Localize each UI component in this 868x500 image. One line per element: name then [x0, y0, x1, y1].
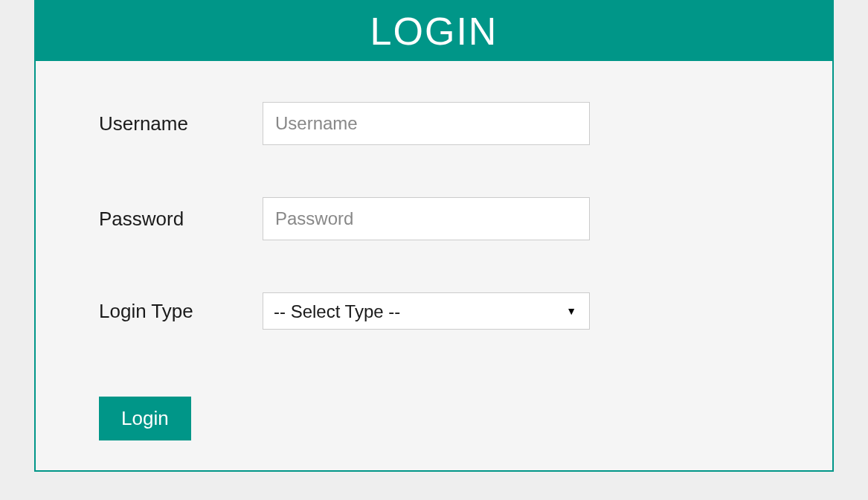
- password-row: Password: [99, 197, 769, 240]
- login-header: LOGIN: [36, 1, 832, 61]
- login-type-row: Login Type -- Select Type -- ▼: [99, 292, 769, 330]
- username-input[interactable]: [263, 102, 590, 145]
- password-label: Password: [99, 208, 263, 231]
- password-input[interactable]: [263, 197, 590, 240]
- login-panel: LOGIN Username Password Login Type -- Se…: [34, 0, 834, 472]
- login-type-select-wrapper: -- Select Type -- ▼: [263, 292, 590, 330]
- username-row: Username: [99, 102, 769, 145]
- username-label: Username: [99, 112, 263, 135]
- login-body: Username Password Login Type -- Select T…: [36, 61, 832, 470]
- login-type-label: Login Type: [99, 300, 263, 323]
- login-type-select[interactable]: -- Select Type --: [263, 292, 590, 330]
- login-button[interactable]: Login: [99, 397, 191, 440]
